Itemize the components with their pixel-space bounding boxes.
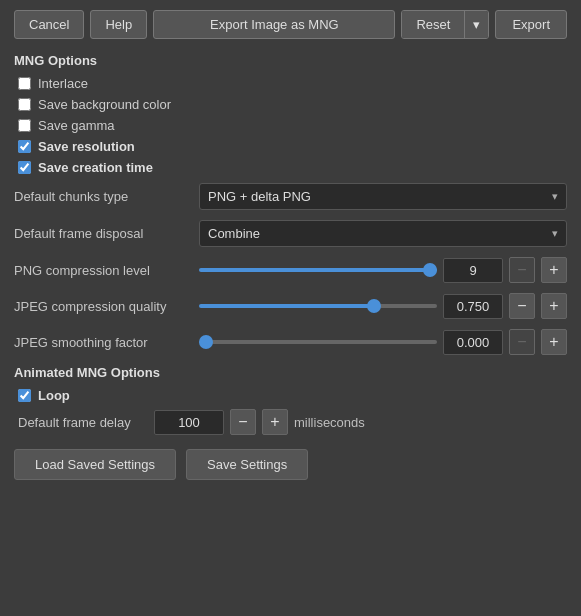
jpeg-smoothing-control: − + (199, 329, 567, 355)
checkbox-resolution[interactable] (18, 140, 31, 153)
jpeg-quality-decrement-button[interactable]: − (509, 293, 535, 319)
milliseconds-label: milliseconds (294, 415, 365, 430)
default-chunks-row: Default chunks type PNG + delta PNG ▾ (14, 183, 567, 210)
mng-options-title: MNG Options (14, 53, 567, 68)
png-compression-row: PNG compression level − + (14, 257, 567, 283)
dropdown-frame-arrow-icon: ▾ (552, 227, 558, 240)
checkbox-interlace[interactable] (18, 77, 31, 90)
default-chunks-label: Default chunks type (14, 189, 199, 204)
png-compression-slider[interactable] (199, 268, 437, 272)
checkbox-creation-time-label[interactable]: Save creation time (38, 160, 153, 175)
default-chunks-dropdown[interactable]: PNG + delta PNG ▾ (199, 183, 567, 210)
jpeg-quality-row: JPEG compression quality − + (14, 293, 567, 319)
jpeg-quality-label: JPEG compression quality (14, 299, 199, 314)
dropdown-arrow-icon: ▾ (552, 190, 558, 203)
jpeg-quality-input[interactable] (443, 294, 503, 319)
jpeg-smoothing-slider[interactable] (199, 340, 437, 344)
frame-delay-increment-button[interactable]: + (262, 409, 288, 435)
checkbox-loop[interactable] (18, 389, 31, 402)
frame-delay-input[interactable] (154, 410, 224, 435)
frame-delay-label: Default frame delay (18, 415, 148, 430)
png-compression-input[interactable] (443, 258, 503, 283)
main-container: Cancel Help Export Image as MNG Reset ▾ … (0, 0, 581, 494)
checkbox-row-bg-color: Save background color (14, 97, 567, 112)
loop-row: Loop (14, 388, 567, 403)
jpeg-smoothing-increment-button[interactable]: + (541, 329, 567, 355)
frame-delay-row: Default frame delay − + milliseconds (14, 409, 567, 435)
png-compression-control: − + (199, 257, 567, 283)
animated-mng-title: Animated MNG Options (14, 365, 567, 380)
cancel-button[interactable]: Cancel (14, 10, 84, 39)
default-frame-value: Combine (208, 226, 260, 241)
toolbar: Cancel Help Export Image as MNG Reset ▾ … (14, 10, 567, 39)
load-saved-settings-button[interactable]: Load Saved Settings (14, 449, 176, 480)
reset-split-button: Reset ▾ (401, 10, 489, 39)
default-frame-dropdown[interactable]: Combine ▾ (199, 220, 567, 247)
checkbox-row-creation-time: Save creation time (14, 160, 567, 175)
reset-button[interactable]: Reset (402, 11, 464, 38)
jpeg-smoothing-decrement-button[interactable]: − (509, 329, 535, 355)
default-chunks-value: PNG + delta PNG (208, 189, 311, 204)
frame-delay-decrement-button[interactable]: − (230, 409, 256, 435)
save-settings-button[interactable]: Save Settings (186, 449, 308, 480)
checkbox-resolution-label[interactable]: Save resolution (38, 139, 135, 154)
default-frame-label: Default frame disposal (14, 226, 199, 241)
default-frame-control: Combine ▾ (199, 220, 567, 247)
checkbox-row-interlace: Interlace (14, 76, 567, 91)
default-chunks-control: PNG + delta PNG ▾ (199, 183, 567, 210)
animated-mng-section: Animated MNG Options Loop Default frame … (14, 365, 567, 435)
checkbox-bg-color-label[interactable]: Save background color (38, 97, 171, 112)
default-frame-row: Default frame disposal Combine ▾ (14, 220, 567, 247)
jpeg-quality-slider[interactable] (199, 304, 437, 308)
jpeg-smoothing-input[interactable] (443, 330, 503, 355)
bottom-buttons: Load Saved Settings Save Settings (14, 449, 567, 480)
jpeg-quality-slider-container (199, 304, 437, 308)
export-image-mng-button[interactable]: Export Image as MNG (153, 10, 395, 39)
png-compression-slider-container (199, 268, 437, 272)
jpeg-smoothing-row: JPEG smoothing factor − + (14, 329, 567, 355)
checkbox-gamma[interactable] (18, 119, 31, 132)
jpeg-smoothing-label: JPEG smoothing factor (14, 335, 199, 350)
jpeg-smoothing-slider-container (199, 340, 437, 344)
checkbox-row-gamma: Save gamma (14, 118, 567, 133)
checkbox-gamma-label[interactable]: Save gamma (38, 118, 115, 133)
reset-arrow-button[interactable]: ▾ (464, 11, 488, 38)
help-button[interactable]: Help (90, 10, 147, 39)
jpeg-quality-increment-button[interactable]: + (541, 293, 567, 319)
png-compression-label: PNG compression level (14, 263, 199, 278)
checkbox-row-resolution: Save resolution (14, 139, 567, 154)
checkbox-loop-label[interactable]: Loop (38, 388, 70, 403)
checkbox-creation-time[interactable] (18, 161, 31, 174)
jpeg-quality-control: − + (199, 293, 567, 319)
png-compression-decrement-button[interactable]: − (509, 257, 535, 283)
png-compression-increment-button[interactable]: + (541, 257, 567, 283)
checkbox-interlace-label[interactable]: Interlace (38, 76, 88, 91)
checkbox-bg-color[interactable] (18, 98, 31, 111)
export-button[interactable]: Export (495, 10, 567, 39)
